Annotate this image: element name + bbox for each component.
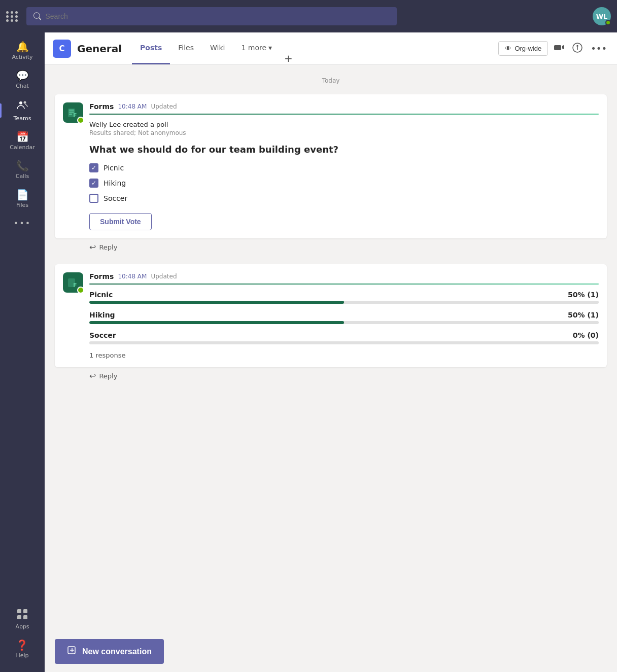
info-icon[interactable] — [570, 41, 585, 57]
compose-icon — [67, 645, 77, 658]
search-bar[interactable] — [26, 7, 397, 25]
svg-text:F: F — [73, 282, 77, 289]
svg-rect-4 — [17, 615, 21, 619]
result-hiking: Hiking 50% (1) — [89, 311, 599, 324]
option-label-picnic: Picnic — [104, 164, 124, 172]
message-2: F Forms 10:48 AM Updated — [55, 264, 607, 387]
svg-point-1 — [24, 101, 26, 104]
team-icon: C — [53, 40, 71, 58]
reply-label-2: Reply — [99, 372, 117, 380]
chevron-down-icon: ▾ — [268, 44, 272, 52]
calls-icon: 📞 — [16, 161, 29, 171]
response-count: 1 response — [89, 351, 599, 359]
sidebar-label-help: Help — [16, 652, 28, 659]
result-picnic: Picnic 50% (1) — [89, 291, 599, 304]
presence-badge — [605, 20, 611, 25]
eye-icon: 👁 — [505, 45, 511, 52]
sidebar-label-apps: Apps — [15, 623, 29, 630]
activity-icon: 🔔 — [16, 42, 29, 52]
message-sender-2: Forms — [89, 272, 114, 280]
poll-message-body: Forms 10:48 AM Updated Welly Lee created… — [89, 102, 599, 230]
poll-meta: Results shared; Not anonymous — [89, 129, 599, 136]
message-header-2: Forms 10:48 AM Updated — [89, 272, 599, 280]
sidebar-label-chat: Chat — [16, 83, 29, 89]
sidebar-label-activity: Activity — [12, 54, 32, 60]
org-wide-button[interactable]: 👁 Org-wide — [498, 41, 548, 56]
sidebar-item-help[interactable]: ❓ Help — [15, 635, 29, 664]
video-icon[interactable] — [552, 41, 566, 57]
sidebar-label-calendar: Calendar — [10, 144, 35, 151]
channel-name: General — [77, 43, 122, 55]
option-label-hiking: Hiking — [104, 179, 126, 187]
forms-avatar-1: F — [63, 102, 83, 123]
svg-rect-2 — [17, 609, 21, 613]
svg-text:F: F — [73, 112, 77, 119]
svg-point-0 — [19, 101, 22, 104]
tab-files[interactable]: Files — [170, 32, 202, 64]
chat-icon: 💬 — [16, 70, 29, 81]
tab-wiki[interactable]: Wiki — [202, 32, 233, 64]
more-options-icon[interactable]: ••• — [589, 41, 609, 56]
poll-creator: Welly Lee created a poll — [89, 121, 599, 128]
tab-posts[interactable]: Posts — [132, 32, 170, 64]
bottom-bar: New conversation — [45, 631, 617, 672]
search-input[interactable] — [45, 12, 390, 20]
message-sender-1: Forms — [89, 102, 114, 111]
message-header-1: Forms 10:48 AM Updated — [89, 102, 599, 111]
message-status-1: Updated — [151, 103, 177, 110]
result-label-soccer: Soccer — [89, 331, 116, 339]
svg-point-8 — [577, 45, 578, 46]
results-card: F Forms 10:48 AM Updated — [55, 264, 607, 367]
reply-button-2[interactable]: ↩ Reply — [55, 367, 607, 387]
svg-rect-12 — [69, 114, 72, 115]
sidebar-item-files[interactable]: 📄 Files — [0, 185, 45, 214]
result-soccer: Soccer 0% (0) — [89, 331, 599, 344]
sidebar-item-calendar[interactable]: 📅 Calendar — [0, 127, 45, 156]
forms-online-badge-2 — [77, 287, 84, 294]
avatar[interactable]: WL — [593, 7, 611, 25]
search-icon — [33, 12, 41, 20]
result-pct-hiking: 50% (1) — [568, 311, 599, 319]
checkbox-soccer[interactable] — [89, 194, 98, 203]
svg-rect-3 — [23, 609, 27, 613]
new-conversation-button[interactable]: New conversation — [55, 639, 164, 664]
channel-header: C General Posts Files Wiki 1 more ▾ + — [45, 32, 617, 65]
reply-button-1[interactable]: ↩ Reply — [55, 238, 607, 258]
main-layout: 🔔 Activity 💬 Chat Teams 📅 Calendar 📞 — [0, 32, 617, 672]
result-label-hiking: Hiking — [89, 311, 115, 319]
result-bar-bg-soccer — [89, 341, 599, 344]
message-time-1: 10:48 AM — [118, 103, 147, 110]
sidebar-label-calls: Calls — [16, 173, 29, 180]
result-label-picnic: Picnic — [89, 291, 113, 299]
date-divider: Today — [55, 77, 607, 84]
sidebar-item-calls[interactable]: 📞 Calls — [0, 156, 45, 185]
header-right: 👁 Org-wide ••• — [498, 41, 609, 57]
add-tab-button[interactable]: + — [280, 52, 297, 64]
result-bar-bg-picnic — [89, 301, 599, 304]
result-bar-fill-picnic — [89, 301, 344, 304]
results-message-body: Forms 10:48 AM Updated Picnic 50% (1) — [89, 272, 599, 359]
sidebar-label-files: Files — [16, 202, 28, 208]
sidebar-item-activity[interactable]: 🔔 Activity — [0, 37, 45, 65]
sidebar-item-more[interactable]: ••• — [0, 214, 45, 233]
sidebar-label-teams: Teams — [14, 115, 31, 122]
poll-card: F Forms 10:48 AM Updated Welly Lee creat… — [55, 94, 607, 238]
apps-icon — [17, 609, 28, 621]
sidebar-item-chat[interactable]: 💬 Chat — [0, 65, 45, 94]
message-divider-2 — [89, 284, 599, 285]
sidebar-item-apps[interactable]: Apps — [15, 604, 29, 635]
reply-label-1: Reply — [99, 243, 117, 251]
forms-avatar-2: F — [63, 272, 83, 293]
checkbox-hiking[interactable] — [89, 179, 98, 188]
sidebar-item-teams[interactable]: Teams — [0, 94, 45, 127]
more-icon: ••• — [14, 219, 31, 228]
checkbox-picnic[interactable] — [89, 163, 98, 172]
submit-vote-button[interactable]: Submit Vote — [89, 213, 152, 230]
new-conversation-label: New conversation — [82, 647, 152, 656]
result-bar-bg-hiking — [89, 321, 599, 324]
poll-option-picnic: Picnic — [89, 163, 599, 172]
app-launcher-icon[interactable] — [6, 11, 18, 22]
svg-rect-5 — [23, 615, 27, 619]
poll-option-soccer: Soccer — [89, 194, 599, 203]
tab-more[interactable]: 1 more ▾ — [233, 32, 280, 64]
